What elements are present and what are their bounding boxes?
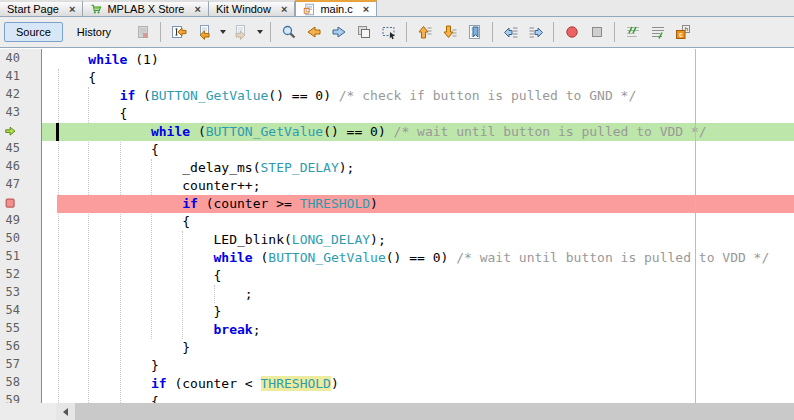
comment-button[interactable]: [621, 21, 644, 43]
previous-occurrence-button[interactable]: [302, 21, 325, 43]
shift-right-button[interactable]: [524, 21, 547, 43]
code-token: THRESHOLD: [261, 376, 331, 391]
code-line-56[interactable]: }: [42, 339, 794, 357]
history-button[interactable]: History: [65, 22, 123, 42]
code-token: ;: [253, 322, 261, 337]
line-number[interactable]: 47: [0, 177, 41, 195]
tab-close-icon[interactable]: ×: [281, 4, 287, 15]
code-line-49[interactable]: {: [42, 213, 794, 231]
svg-text:c: c: [679, 31, 683, 38]
tab-close-icon[interactable]: ×: [69, 4, 75, 15]
scroll-left-button[interactable]: [56, 403, 75, 420]
code-token: /* check if button is pulled to GND */: [339, 88, 636, 103]
line-number[interactable]: 41: [0, 69, 41, 87]
shift-left-button[interactable]: [499, 21, 522, 43]
next-occurrence-button[interactable]: [327, 21, 350, 43]
c-file-icon: C: [303, 3, 316, 16]
code-token: }: [57, 358, 159, 373]
toolbar-separator: [492, 22, 493, 42]
code-line-40[interactable]: while (1): [42, 51, 794, 69]
scrollbar-track[interactable]: [75, 403, 794, 420]
tab-close-icon[interactable]: ×: [363, 4, 369, 15]
toolbar-separator: [270, 22, 271, 42]
line-number[interactable]: 55: [0, 321, 41, 339]
current-line-gutter[interactable]: [0, 123, 41, 141]
code-line-53[interactable]: ;: [42, 285, 794, 303]
find-selection-button[interactable]: [277, 21, 300, 43]
back-dropdown-button[interactable]: [217, 21, 227, 43]
code-line-43[interactable]: {: [42, 105, 794, 123]
line-number[interactable]: 40: [0, 51, 41, 69]
previous-bookmark-button[interactable]: [413, 21, 436, 43]
toggle-highlight-button[interactable]: [352, 21, 375, 43]
macro-record-button[interactable]: [560, 21, 583, 43]
uncomment-button[interactable]: [646, 21, 669, 43]
tab-start-page[interactable]: Start Page×: [0, 0, 83, 16]
line-number[interactable]: 42: [0, 87, 41, 105]
line-number[interactable]: 46: [0, 159, 41, 177]
tab-bar: Start Page×MPLAB X Store×Kit Window×Cmai…: [0, 0, 794, 17]
mplab-editor-window: Start Page×MPLAB X Store×Kit Window×Cmai…: [0, 0, 794, 420]
toggle-bookmark-button[interactable]: [463, 21, 486, 43]
code-token: ): [331, 376, 339, 391]
code-token: {: [57, 214, 190, 229]
back-button[interactable]: [192, 21, 215, 43]
diff-icon: [135, 24, 151, 40]
forward-icon: [233, 24, 249, 40]
code-line-50[interactable]: LED_blink(LONG_DELAY);: [42, 231, 794, 249]
forward-button[interactable]: [229, 21, 252, 43]
line-number[interactable]: 58: [0, 375, 41, 393]
breakpoint-gutter[interactable]: [0, 195, 41, 213]
code-token: (: [135, 88, 151, 103]
line-number[interactable]: 59: [0, 393, 41, 403]
rectangular-selection-button[interactable]: [377, 21, 400, 43]
next-occurrence-icon: [331, 24, 347, 40]
code-line-58[interactable]: if (counter < THRESHOLD): [42, 375, 794, 393]
code-line-48[interactable]: if (counter >= THRESHOLD): [42, 195, 794, 213]
line-number-gutter[interactable]: 404142434546474950515253545556575859: [0, 49, 42, 403]
code-line-51[interactable]: while (BUTTON_GetValue() == 0) /* wait u…: [42, 249, 794, 267]
code-line-42[interactable]: if (BUTTON_GetValue() == 0) /* check if …: [42, 87, 794, 105]
line-number[interactable]: 56: [0, 339, 41, 357]
source-button[interactable]: Source: [4, 22, 63, 42]
line-number[interactable]: 57: [0, 357, 41, 375]
line-number[interactable]: 43: [0, 105, 41, 123]
line-number[interactable]: 54: [0, 303, 41, 321]
line-number[interactable]: 45: [0, 141, 41, 159]
goto-header-button[interactable]: hc: [671, 21, 694, 43]
code-line-44[interactable]: while (BUTTON_GetValue() == 0) /* wait u…: [42, 123, 794, 141]
code-token: while: [151, 124, 190, 139]
tab-main-c[interactable]: Cmain.c×: [295, 0, 377, 16]
toggle-highlight-icon: [356, 24, 372, 40]
last-edit-button[interactable]: [167, 21, 190, 43]
code-token: /* wait until button is pulled to VDD */: [394, 124, 707, 139]
code-line-45[interactable]: {: [42, 141, 794, 159]
code-line-52[interactable]: {: [42, 267, 794, 285]
code-line-55[interactable]: break;: [42, 321, 794, 339]
line-number[interactable]: 53: [0, 285, 41, 303]
tab-close-icon[interactable]: ×: [194, 4, 200, 15]
toggle-bookmark-icon: [467, 24, 483, 40]
macro-stop-button[interactable]: [585, 21, 608, 43]
code-token: if: [120, 88, 136, 103]
line-number[interactable]: 52: [0, 267, 41, 285]
forward-dropdown-button[interactable]: [254, 21, 264, 43]
code-token: }: [57, 304, 221, 319]
line-number[interactable]: 51: [0, 249, 41, 267]
line-number[interactable]: 50: [0, 231, 41, 249]
code-area[interactable]: while (1) { if (BUTTON_GetValue() == 0) …: [42, 49, 794, 403]
horizontal-scrollbar[interactable]: [0, 403, 794, 420]
code-token: [57, 376, 151, 391]
diff-button[interactable]: [131, 21, 154, 43]
code-token: BUTTON_GetValue: [151, 88, 268, 103]
code-line-57[interactable]: }: [42, 357, 794, 375]
code-line-59[interactable]: {: [42, 393, 794, 403]
code-line-41[interactable]: {: [42, 69, 794, 87]
line-number[interactable]: 49: [0, 213, 41, 231]
code-line-54[interactable]: }: [42, 303, 794, 321]
tab-mplab-x-store[interactable]: MPLAB X Store×: [83, 0, 208, 16]
next-bookmark-button[interactable]: [438, 21, 461, 43]
code-line-47[interactable]: counter++;: [42, 177, 794, 195]
tab-kit-window[interactable]: Kit Window×: [209, 0, 295, 16]
code-line-46[interactable]: _delay_ms(STEP_DELAY);: [42, 159, 794, 177]
